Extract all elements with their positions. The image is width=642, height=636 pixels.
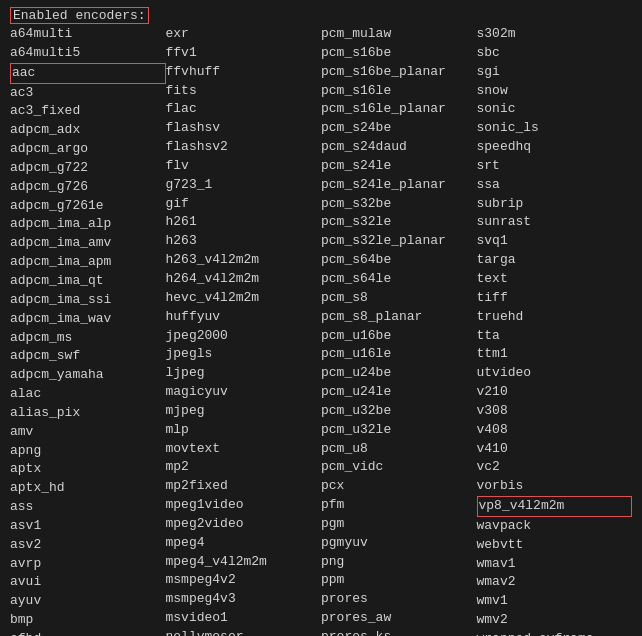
encoder-item: jpegls [166,345,322,364]
encoder-item: avrp [10,555,166,574]
encoder-item: aptx [10,460,166,479]
encoder-item: h263_v4l2m2m [166,251,322,270]
encoder-item: asv1 [10,517,166,536]
encoder-item: pfm [321,496,477,515]
encoder-item: exr [166,25,322,44]
encoder-item: tta [477,327,633,346]
encoder-item: pcm_s32be [321,195,477,214]
encoder-item: sonic [477,100,633,119]
encoder-item: magicyuv [166,383,322,402]
encoder-item: ayuv [10,592,166,611]
encoder-item: prores_aw [321,609,477,628]
encoder-item: fits [166,82,322,101]
encoder-item: svq1 [477,232,633,251]
encoder-item: h264_v4l2m2m [166,270,322,289]
encoder-item: wrapped_avframe [477,630,633,636]
encoder-item: pcm_s8 [321,289,477,308]
encoder-item: pcm_s16le [321,82,477,101]
encoder-item: ppm [321,571,477,590]
encoder-item: hevc_v4l2m2m [166,289,322,308]
encoder-column-3: s302msbcsgisnowsonicsonic_lsspeedhqsrtss… [477,25,633,636]
encoder-item: pcm_s32le_planar [321,232,477,251]
encoder-item: adpcm_g7261e [10,197,166,216]
encoder-item: pcm_s16be_planar [321,63,477,82]
encoder-item: ttm1 [477,345,633,364]
encoder-item: h261 [166,213,322,232]
encoder-item: wavpack [477,517,633,536]
encoder-item: targa [477,251,633,270]
encoder-item: adpcm_ima_alp [10,215,166,234]
encoder-column-2: pcm_mulawpcm_s16bepcm_s16be_planarpcm_s1… [321,25,477,636]
encoder-item: ffvhuff [166,63,322,82]
encoder-item: alias_pix [10,404,166,423]
encoder-item: msmpeg4v3 [166,590,322,609]
encoder-item: vp8_v4l2m2m [477,496,633,517]
encoder-item: pcm_s32le [321,213,477,232]
encoder-item: wmav1 [477,555,633,574]
encoder-item: cfhd [10,630,166,636]
encoder-item: pgm [321,515,477,534]
encoder-item: pcm_u16be [321,327,477,346]
encoder-item: pcm_u8 [321,440,477,459]
terminal-window: { "header": { "line1": "Enabled encoders… [0,0,642,636]
encoder-item: ass [10,498,166,517]
encoder-item: nellymoser [166,628,322,636]
encoder-item: pgmyuv [321,534,477,553]
encoder-item: flashsv2 [166,138,322,157]
encoder-item: msmpeg4v2 [166,571,322,590]
encoder-item: adpcm_argo [10,140,166,159]
encoder-item: prores [321,590,477,609]
encoder-item: alac [10,385,166,404]
encoder-item: utvideo [477,364,633,383]
encoder-item: adpcm_swf [10,347,166,366]
encoder-item: mlp [166,421,322,440]
encoder-item: jpeg2000 [166,327,322,346]
encoder-item: pcm_vidc [321,458,477,477]
encoder-item: adpcm_ima_wav [10,310,166,329]
encoder-item: wmv2 [477,611,633,630]
encoders-columns: a64multia64multi5aacac3ac3_fixedadpcm_ad… [10,25,632,636]
encoder-item: mpeg1video [166,496,322,515]
encoder-item: sgi [477,63,633,82]
encoder-item: adpcm_g722 [10,159,166,178]
encoder-item: pcm_s24le [321,157,477,176]
encoder-item: adpcm_ima_ssi [10,291,166,310]
encoder-item: flac [166,100,322,119]
encoder-item: pcm_u24le [321,383,477,402]
encoder-item: wmv1 [477,592,633,611]
encoder-item: apng [10,442,166,461]
encoder-item: sonic_ls [477,119,633,138]
encoder-item: pcm_mulaw [321,25,477,44]
encoder-item: pcm_u32le [321,421,477,440]
encoder-item: adpcm_ima_apm [10,253,166,272]
encoder-item: asv2 [10,536,166,555]
encoder-item: tiff [477,289,633,308]
encoder-item: g723_1 [166,176,322,195]
encoder-item: wmav2 [477,573,633,592]
encoder-item: truehd [477,308,633,327]
encoder-item: v308 [477,402,633,421]
encoder-item: v410 [477,440,633,459]
encoder-item: ffv1 [166,44,322,63]
encoder-item: prores_ks [321,628,477,636]
encoder-item: amv [10,423,166,442]
encoder-item: msvideo1 [166,609,322,628]
header-line1: Enabled encoders: [10,8,632,23]
encoder-item: v210 [477,383,633,402]
enabled-encoders-label: Enabled encoders: [10,7,149,24]
encoder-column-1: exrffv1ffvhufffitsflacflashsvflashsv2flv… [166,25,322,636]
encoder-item: mp2fixed [166,477,322,496]
encoder-item: gif [166,195,322,214]
encoder-item: adpcm_ms [10,329,166,348]
encoder-item: srt [477,157,633,176]
encoder-item: avui [10,573,166,592]
encoder-item: vorbis [477,477,633,496]
encoder-item: pcm_s64le [321,270,477,289]
encoder-item: pcm_s24daud [321,138,477,157]
encoder-item: adpcm_g726 [10,178,166,197]
encoder-item: ljpeg [166,364,322,383]
encoder-item: mpeg2video [166,515,322,534]
encoder-item: ssa [477,176,633,195]
encoder-item: flv [166,157,322,176]
encoder-item: pcm_u24be [321,364,477,383]
